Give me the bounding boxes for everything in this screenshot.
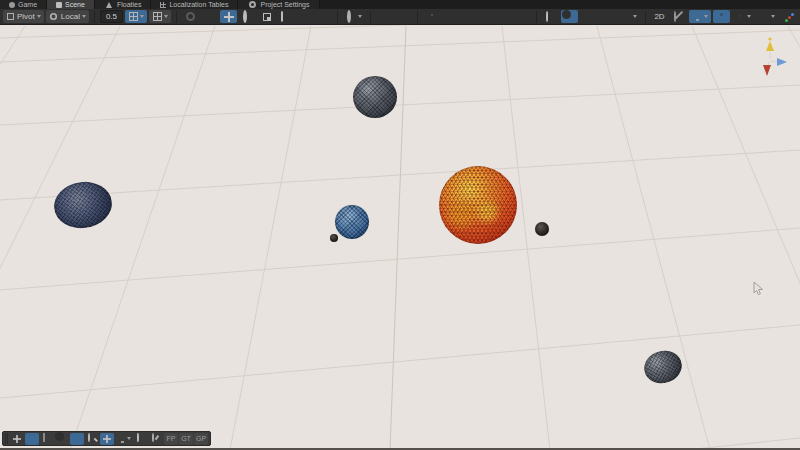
probe-tool-1-button[interactable]	[376, 10, 393, 23]
local-icon	[50, 13, 57, 20]
unlit-mode-button[interactable]	[580, 10, 597, 23]
down-axis-cone[interactable]	[763, 65, 771, 76]
tab-game[interactable]: Game	[0, 0, 47, 9]
editor-tools-dropdown[interactable]	[343, 10, 365, 23]
flask-icon	[106, 2, 112, 8]
move-icon	[13, 435, 21, 443]
probe-tool-2-button[interactable]	[395, 10, 412, 23]
divider	[645, 11, 646, 23]
textured-mode-dropdown[interactable]	[618, 10, 640, 23]
orbit-tool-button[interactable]	[182, 10, 199, 23]
hand-tool-button[interactable]	[201, 10, 218, 23]
navigation-button[interactable]	[149, 433, 163, 445]
grid-snap-icon	[129, 12, 138, 21]
effects-dropdown[interactable]	[689, 10, 711, 23]
gizmos-button[interactable]	[780, 10, 797, 23]
table-icon	[160, 2, 166, 8]
handle-rotation-dropdown[interactable]: Local	[46, 10, 89, 23]
tab-label: Localization Tables	[169, 0, 228, 9]
mouse-cursor	[753, 281, 764, 296]
handle-rotation-label: Local	[61, 12, 80, 21]
snap-increment-field[interactable]: 0.5	[100, 10, 123, 23]
chevron-down-icon	[140, 15, 144, 18]
shaded-mode-button[interactable]	[561, 10, 578, 23]
grab-button[interactable]	[70, 433, 84, 445]
right-axis-cone[interactable]	[777, 58, 787, 66]
chevron-down-icon	[747, 15, 751, 18]
scale-tool-button[interactable]	[258, 10, 275, 23]
dot-small-right[interactable]	[535, 222, 549, 236]
sphere-gray-top[interactable]	[353, 76, 397, 118]
camera-dropdown[interactable]	[732, 10, 754, 23]
overlays-dropdown[interactable]	[756, 10, 778, 23]
move-tool-button[interactable]	[220, 10, 237, 23]
hierarchy-button[interactable]	[25, 433, 39, 445]
search-icon	[88, 433, 90, 442]
scene-grid	[0, 25, 800, 450]
tab-floaties[interactable]: Floaties	[95, 0, 152, 9]
scene-icon	[56, 2, 62, 8]
quick-access-toolbar[interactable]: FP GT GP	[2, 431, 211, 446]
gear-icon	[249, 1, 256, 8]
pivot-dropdown[interactable]: Pivot	[3, 10, 44, 23]
audio-mute-icon	[674, 11, 676, 22]
gt-button[interactable]: GT	[179, 433, 193, 445]
rect-tool-button[interactable]	[277, 10, 294, 23]
pivot-icon	[7, 13, 14, 20]
gp-label: GP	[196, 435, 206, 442]
shadow-mode-button[interactable]	[599, 10, 616, 23]
scene-orientation-gizmo[interactable]	[750, 35, 790, 81]
scene-visibility-button[interactable]	[713, 10, 730, 23]
capsule-tool-button[interactable]	[423, 10, 440, 23]
tab-label: Scene	[65, 0, 85, 9]
navigation-compass-icon	[152, 433, 154, 442]
render-button[interactable]	[40, 433, 54, 445]
2d-label: 2D	[654, 12, 664, 21]
tab-scene[interactable]: Scene	[47, 0, 95, 9]
divider	[94, 11, 95, 23]
tab-label: Floaties	[117, 0, 142, 9]
scale-tool-icon	[263, 13, 271, 21]
sphere-orange-large[interactable]	[439, 166, 517, 244]
chevron-down-icon	[633, 15, 637, 18]
chevron-down-icon	[82, 15, 86, 18]
rotate-tool-button[interactable]	[239, 10, 256, 23]
chevron-down-icon	[164, 15, 168, 18]
snap-settings-dropdown[interactable]	[149, 10, 171, 23]
transform-tool-button[interactable]	[296, 10, 313, 23]
game-icon	[9, 2, 15, 8]
tab-project-settings[interactable]: Project Settings	[238, 0, 319, 9]
up-axis-cone[interactable]	[766, 41, 774, 51]
dot-small-left[interactable]	[330, 234, 338, 242]
world-globe-icon	[137, 433, 139, 442]
unity-editor-window: Game Scene Floaties Localization Tables …	[0, 0, 800, 450]
orientation-gizmo-icon	[784, 12, 794, 22]
move-button[interactable]	[10, 433, 24, 445]
chevron-down-icon	[358, 15, 362, 18]
sphere-blue-center[interactable]	[335, 205, 369, 239]
orbit-disabled-icon	[186, 12, 195, 21]
grid-snap-dropdown[interactable]	[125, 10, 147, 23]
sphere-button[interactable]	[55, 433, 69, 445]
scene-viewport[interactable]: FP GT GP	[0, 25, 800, 450]
gp-button[interactable]: GP	[194, 433, 208, 445]
pivot-label: Pivot	[17, 12, 35, 21]
tab-bar: Game Scene Floaties Localization Tables …	[0, 0, 800, 9]
audio-mute-button[interactable]	[670, 10, 687, 23]
chevron-down-icon	[127, 437, 131, 440]
world-button[interactable]	[134, 433, 148, 445]
lamp-dropdown-button[interactable]	[115, 433, 133, 445]
divider	[417, 11, 418, 23]
custom-tool-button[interactable]	[315, 10, 332, 23]
chevron-down-icon	[771, 15, 775, 18]
2d-toggle-button[interactable]: 2D	[651, 10, 668, 23]
render-image-icon	[43, 433, 45, 442]
wireframe-mode-button[interactable]	[542, 10, 559, 23]
search-button[interactable]	[85, 433, 99, 445]
gizmo-dot	[768, 37, 771, 40]
tab-localization-tables[interactable]: Localization Tables	[151, 0, 238, 9]
divider	[370, 11, 371, 23]
fp-button[interactable]: FP	[164, 433, 178, 445]
grip-handle[interactable]	[5, 433, 8, 444]
translate-button[interactable]	[100, 433, 114, 445]
